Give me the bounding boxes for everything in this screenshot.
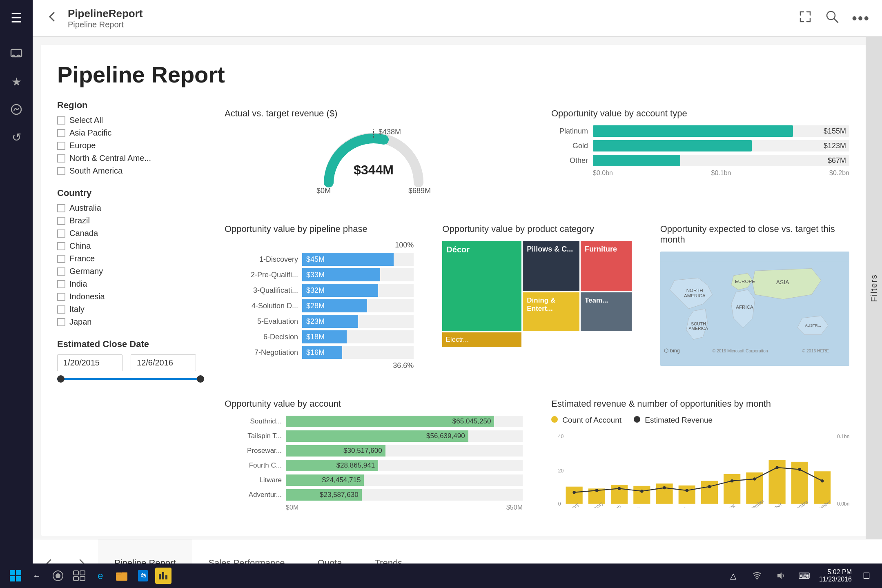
date-slider-fill [57, 378, 204, 380]
filter-item-indonesia[interactable]: Indonesia [57, 292, 204, 301]
more-button[interactable]: ••• [852, 10, 870, 27]
taskbar-left: ← e 🛍 [7, 567, 172, 585]
checkbox-france[interactable] [57, 255, 65, 263]
date-slider-thumb-left[interactable] [57, 375, 65, 383]
treemap-cell-electric[interactable]: Electr... [442, 332, 521, 347]
checkbox-north-central[interactable] [57, 154, 65, 163]
checkbox-brazil[interactable] [57, 217, 65, 225]
account-axis-50: $50M [506, 504, 523, 511]
task-view-button[interactable] [70, 567, 88, 585]
store-icon[interactable]: 🛍 [134, 567, 152, 585]
notifications-panel-icon[interactable]: ☐ [858, 567, 875, 585]
account-track-3: $30,517,600 [286, 445, 523, 457]
sidebar-icon-favorites[interactable]: ★ [4, 69, 29, 94]
date-end-input[interactable] [131, 354, 196, 371]
account-fill-5: $24,454,715 [286, 474, 364, 486]
volume-icon[interactable] [772, 567, 790, 585]
filter-item-south-america[interactable]: South America [57, 166, 204, 176]
back-taskbar-button[interactable]: ← [28, 567, 46, 585]
checkbox-australia[interactable] [57, 204, 65, 212]
filter-item-india[interactable]: India [57, 279, 204, 289]
checkbox-italy[interactable] [57, 305, 65, 314]
checkbox-canada[interactable] [57, 229, 65, 238]
sidebar: ☰ ★ ↺ [0, 0, 33, 588]
filter-item-italy[interactable]: Italy [57, 305, 204, 314]
svg-text:40: 40 [558, 434, 564, 439]
sidebar-icon-chat[interactable] [4, 42, 29, 66]
checkbox-japan[interactable] [57, 318, 65, 326]
hbar-axis: $0.0bn $0.1bn $0.2bn [551, 169, 849, 177]
filter-item-australia[interactable]: Australia [57, 203, 204, 213]
svg-text:© 2016 HERE: © 2016 HERE [802, 349, 829, 353]
monthly-chart-title: Estimated revenue & number of opportunit… [551, 399, 849, 409]
checkbox-select-all[interactable] [57, 116, 65, 125]
phase-track-5: $23M [302, 315, 414, 328]
filter-item-north-central[interactable]: North & Central Ame... [57, 154, 204, 163]
hbar-row-gold: Gold $123M [551, 140, 849, 151]
filter-item-brazil[interactable]: Brazil [57, 216, 204, 225]
filter-item-japan[interactable]: Japan [57, 317, 204, 327]
phase-track-7: $16M [302, 346, 414, 359]
topbar-actions: ••• [798, 9, 870, 27]
filters-panel-label: Filters [869, 274, 879, 302]
fullscreen-button[interactable] [798, 9, 813, 27]
filters-panel[interactable]: Filters [866, 37, 882, 539]
notifications-icon[interactable]: △ [724, 567, 742, 585]
date-slider-thumb-right[interactable] [197, 375, 204, 383]
checkbox-germany[interactable] [57, 267, 65, 276]
checkbox-indonesia[interactable] [57, 293, 65, 301]
checkbox-china[interactable] [57, 242, 65, 250]
checkbox-europe[interactable] [57, 142, 65, 150]
svg-point-43 [731, 479, 733, 482]
svg-point-42 [708, 485, 711, 488]
account-row-6: Adventur... $23,587,630 [225, 489, 523, 501]
start-button[interactable] [7, 567, 24, 585]
svg-text:March: March [608, 504, 621, 508]
sidebar-icon-insights[interactable] [4, 97, 29, 122]
powerbi-icon[interactable] [155, 568, 172, 584]
filter-item-china[interactable]: China [57, 241, 204, 251]
topbar-main-title: PipelineReport [68, 7, 798, 20]
hbar-label-gold: Gold [551, 142, 588, 150]
search-button[interactable] [825, 9, 840, 27]
svg-text:July: July [699, 506, 708, 508]
filter-item-france[interactable]: France [57, 254, 204, 263]
taskbar-right: △ ⌨ 5:02 PM 11/23/2016 ☐ [724, 567, 875, 585]
taskbar-clock[interactable]: 5:02 PM 11/23/2016 [819, 568, 852, 583]
legend-dot-count [551, 416, 558, 423]
filter-item-asia-pacific[interactable]: Asia Pacific [57, 128, 204, 138]
filter-item-select-all[interactable]: Select All [57, 116, 204, 125]
filter-label-south-america: South America [69, 166, 122, 176]
svg-line-3 [834, 19, 838, 22]
treemap-cell-dining[interactable]: Dining & Entert... [523, 292, 579, 331]
account-row-5: Litware $24,454,715 [225, 474, 523, 486]
svg-text:April: April [631, 506, 641, 508]
checkbox-south-america[interactable] [57, 167, 65, 175]
cortana-button[interactable] [49, 567, 67, 585]
treemap-cell-decor[interactable]: Décor [442, 241, 521, 331]
checkbox-india[interactable] [57, 280, 65, 288]
wifi-icon[interactable] [748, 567, 766, 585]
phase-row-1: 1-Discovery $45M [225, 253, 414, 266]
checkbox-asia-pacific[interactable] [57, 129, 65, 137]
phase-label-4: 4-Solution D... [225, 302, 298, 310]
keyboard-icon[interactable]: ⌨ [795, 567, 813, 585]
filter-item-canada[interactable]: Canada [57, 229, 204, 238]
svg-rect-62 [10, 576, 15, 581]
treemap-cell-team[interactable]: Team... [581, 292, 632, 331]
legend-label-count: Count of Account [562, 416, 621, 424]
edge-browser-icon[interactable]: e [91, 567, 109, 585]
hamburger-icon[interactable]: ☰ [4, 6, 29, 30]
phase-track-6: $18M [302, 330, 414, 343]
filter-item-germany[interactable]: Germany [57, 267, 204, 276]
treemap-cell-pillows[interactable]: Pillows & C... [523, 241, 579, 291]
date-start-input[interactable] [57, 354, 122, 371]
phase-track-2: $33M [302, 268, 414, 281]
back-button[interactable] [45, 9, 60, 27]
gauge-labels: $0M $689M [316, 187, 431, 195]
sidebar-icon-refresh[interactable]: ↺ [4, 125, 29, 149]
treemap-cell-furniture[interactable]: Furniture [581, 241, 632, 291]
file-explorer-icon[interactable] [113, 567, 131, 585]
filter-item-europe[interactable]: Europe [57, 141, 204, 150]
hbar-axis-1: $0.1bn [711, 169, 731, 177]
